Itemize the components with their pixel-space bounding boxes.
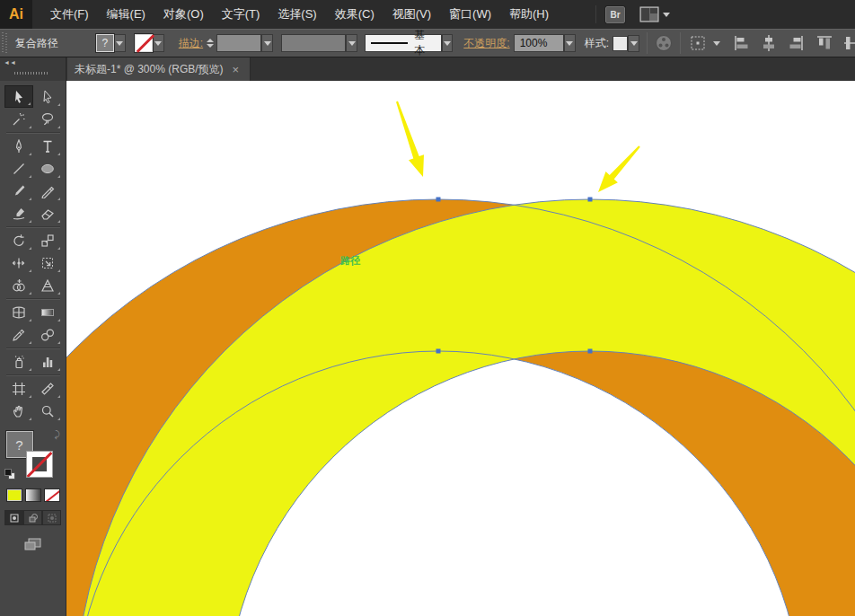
- menu-item-1[interactable]: 编辑(E): [98, 0, 154, 29]
- tool-eraser-tool[interactable]: [33, 202, 62, 224]
- tool-free-transform-tool[interactable]: [33, 251, 62, 274]
- default-fill-stroke-icon[interactable]: [4, 469, 15, 480]
- width-profile-combo[interactable]: [281, 34, 357, 52]
- eraser-tool-icon: [40, 207, 55, 221]
- tool-eyedropper-tool[interactable]: [4, 323, 33, 346]
- tool-ellipse-tool[interactable]: [33, 157, 62, 180]
- brush-definition-value[interactable]: 基本: [365, 34, 442, 52]
- stroke-panel-link[interactable]: 描边:: [179, 36, 203, 51]
- menu-item-6[interactable]: 视图(V): [383, 0, 440, 29]
- screen-mode-button[interactable]: [20, 536, 47, 556]
- menu-item-4[interactable]: 选择(S): [269, 0, 325, 29]
- fill-color-combo[interactable]: ?: [96, 34, 126, 52]
- menu-item-5[interactable]: 效果(C): [326, 0, 383, 29]
- bridge-button[interactable]: Br: [605, 6, 625, 23]
- step-up-icon[interactable]: [207, 39, 214, 42]
- menu-item-7[interactable]: 窗口(W): [440, 0, 500, 29]
- stroke-weight-combo[interactable]: [216, 34, 273, 52]
- transform-reference-button[interactable]: [688, 33, 720, 53]
- tool-hand-tool[interactable]: [4, 400, 33, 422]
- align-top-button[interactable]: [815, 34, 833, 52]
- tool-blob-brush-tool[interactable]: [4, 202, 33, 224]
- tool-scale-tool[interactable]: [33, 229, 62, 251]
- anchor-point[interactable]: [436, 349, 441, 354]
- tool-width-tool[interactable]: [4, 251, 33, 274]
- tool-artboard-tool[interactable]: [4, 377, 33, 400]
- step-down-icon[interactable]: [207, 44, 214, 48]
- free-transform-tool-icon: [40, 256, 55, 270]
- tool-blend-tool[interactable]: [33, 323, 62, 346]
- stroke-weight-dropdown[interactable]: [261, 34, 273, 52]
- align-center-button[interactable]: [760, 34, 778, 52]
- tool-rotate-tool[interactable]: [4, 229, 33, 251]
- width-profile-value[interactable]: [281, 34, 346, 52]
- tool-selection-tool[interactable]: [4, 85, 33, 108]
- tool-magic-wand-tool[interactable]: [4, 108, 33, 130]
- draw-normal-button[interactable]: [4, 510, 23, 525]
- style-combo[interactable]: [613, 35, 639, 52]
- color-button[interactable]: [6, 488, 22, 502]
- artboard-canvas[interactable]: 路径: [66, 81, 855, 616]
- opacity-dropdown[interactable]: [564, 34, 576, 52]
- tool-pencil-tool[interactable]: [33, 180, 62, 202]
- fill-color-dropdown[interactable]: [114, 34, 126, 52]
- tool-slice-tool[interactable]: [33, 377, 62, 400]
- collapse-panel-icon[interactable]: ◄◄: [4, 59, 16, 66]
- opacity-combo[interactable]: 100%: [514, 34, 576, 52]
- gradient-button[interactable]: [25, 488, 41, 502]
- align-vcenter-button[interactable]: [842, 34, 855, 52]
- stroke-color-dropdown[interactable]: [153, 34, 164, 52]
- anchor-point[interactable]: [436, 198, 441, 202]
- tool-zoom-tool[interactable]: [33, 400, 62, 422]
- tools-panel-grip[interactable]: [14, 72, 49, 75]
- none-button[interactable]: [44, 488, 60, 502]
- stroke-weight-stepper[interactable]: [207, 38, 214, 48]
- stroke-none-swatch[interactable]: [135, 34, 153, 52]
- tool-perspective-grid-tool[interactable]: [33, 274, 62, 296]
- style-dropdown[interactable]: [628, 35, 639, 52]
- recolor-artwork-button[interactable]: [655, 34, 673, 52]
- align-left-button[interactable]: [733, 34, 751, 52]
- anchor-point[interactable]: [588, 349, 593, 354]
- style-swatch[interactable]: [613, 36, 628, 51]
- tool-shape-builder-tool[interactable]: [4, 274, 33, 296]
- brush-definition-dropdown[interactable]: [442, 34, 454, 52]
- panel-grip[interactable]: [2, 32, 8, 54]
- width-profile-dropdown[interactable]: [346, 34, 357, 52]
- fill-color-swatch[interactable]: ?: [96, 34, 114, 52]
- tool-mesh-tool[interactable]: [4, 301, 33, 323]
- opacity-value[interactable]: 100%: [514, 34, 564, 52]
- column-graph-tool-icon: [40, 355, 55, 369]
- scale-tool-icon: [40, 233, 55, 248]
- workspace-switcher[interactable]: [639, 6, 670, 22]
- tool-pen-tool[interactable]: [4, 135, 33, 157]
- swap-fill-stroke-icon[interactable]: ⤸: [55, 429, 60, 440]
- opacity-panel-link[interactable]: 不透明度:: [463, 36, 509, 51]
- draw-inside-button[interactable]: [42, 510, 61, 525]
- stroke-indicator[interactable]: [26, 451, 53, 478]
- menu-item-2[interactable]: 对象(O): [154, 0, 213, 29]
- tool-symbol-sprayer-tool[interactable]: [4, 350, 33, 373]
- align-right-button[interactable]: [787, 34, 805, 52]
- document-tab[interactable]: 未标题-1* @ 300% (RGB/预览) ×: [67, 57, 251, 81]
- tool-column-graph-tool[interactable]: [33, 350, 62, 373]
- annotation-arrow: [396, 101, 424, 177]
- menu-item-8[interactable]: 帮助(H): [500, 0, 558, 29]
- tool-paintbrush-tool[interactable]: [4, 180, 33, 202]
- chevron-down-icon: [663, 13, 670, 17]
- drawing-mode-buttons: [0, 510, 66, 525]
- chevron-down-icon: [713, 41, 720, 46]
- tool-gradient-tool[interactable]: [33, 301, 62, 323]
- tool-line-segment-tool[interactable]: [4, 157, 33, 180]
- anchor-point[interactable]: [588, 198, 593, 202]
- tool-direct-selection-tool[interactable]: [33, 85, 62, 108]
- tool-lasso-tool[interactable]: [33, 108, 62, 130]
- close-tab-icon[interactable]: ×: [233, 64, 240, 75]
- stroke-weight-value[interactable]: [216, 34, 261, 52]
- tool-type-tool[interactable]: [33, 135, 62, 157]
- menu-item-0[interactable]: 文件(F): [41, 0, 98, 29]
- draw-behind-button[interactable]: [23, 510, 42, 525]
- stroke-color-combo[interactable]: [135, 34, 164, 52]
- menu-item-3[interactable]: 文字(T): [213, 0, 269, 29]
- brush-definition-combo[interactable]: 基本: [365, 34, 453, 52]
